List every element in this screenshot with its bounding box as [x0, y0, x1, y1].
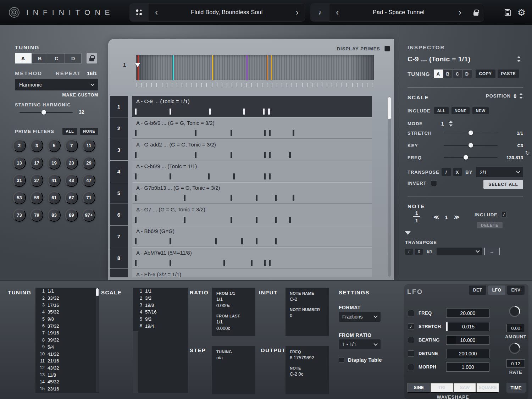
tuning-list-item[interactable]: 11 21/16 [35, 358, 99, 365]
inspector-tuning-tab[interactable]: B [443, 70, 453, 78]
lfo-param-checkbox[interactable] [408, 337, 414, 343]
prime-filter-button[interactable]: 97+ [82, 209, 95, 222]
tuning-list-item[interactable]: 3 17/16 [35, 301, 99, 309]
key-slider[interactable] [444, 145, 498, 146]
note-divide-button[interactable]: / [405, 249, 413, 255]
include-all-button[interactable]: ALL [434, 107, 449, 114]
lfo-param-checkbox[interactable] [408, 323, 414, 330]
lfo-param-value-field[interactable]: 0.015 [446, 322, 489, 331]
prime-filter-button[interactable]: 89 [65, 209, 78, 222]
settings-button[interactable]: ⚙ [517, 7, 526, 18]
playhead-icon[interactable] [135, 63, 140, 67]
scale-row-number[interactable]: 2 [110, 117, 128, 139]
prime-filter-button[interactable]: 7 [65, 139, 78, 152]
waveshape-option[interactable]: SINE [407, 383, 430, 393]
waveshape-option[interactable]: SQUARE [476, 383, 499, 393]
tuning-tab[interactable]: D [65, 53, 82, 63]
prime-filter-button[interactable]: 37 [30, 174, 43, 187]
prime-filter-button[interactable]: 5 [48, 139, 61, 152]
note-expand-triangle-icon[interactable] [405, 231, 411, 235]
scale-row-number[interactable]: 5 [110, 182, 128, 204]
scale-row-body[interactable]: A - G7 ... (G = G, Tonic = 3/2) [132, 204, 372, 225]
scrollbar-thumb[interactable] [388, 97, 391, 119]
transpose-by-dropdown[interactable]: 2/1 [476, 167, 523, 177]
scale-list-item[interactable]: 1 1/1 [133, 288, 188, 295]
tuning-preset-next-button[interactable]: › [289, 3, 305, 22]
note-include-checkbox[interactable] [501, 212, 507, 217]
prime-filter-button[interactable]: 43 [65, 174, 78, 187]
prime-filter-button[interactable]: 61 [48, 191, 61, 204]
lfo-tab[interactable]: LFO [488, 286, 505, 295]
waveshape-option[interactable]: SAW [453, 383, 476, 393]
tuning-list-item[interactable]: 14 45/32 [35, 378, 99, 386]
slider-thumb[interactable] [464, 155, 468, 160]
display-primes-checkbox[interactable] [384, 46, 390, 51]
transpose-divide-button[interactable]: / [442, 168, 451, 176]
note-by-dropdown[interactable] [437, 248, 482, 255]
tuning-preset-prev-button[interactable]: ‹ [149, 3, 164, 22]
save-button[interactable] [504, 9, 512, 16]
prime-filter-button[interactable]: 53 [13, 191, 26, 204]
lfo-tab[interactable]: DET [469, 286, 486, 295]
scrollbar-thumb[interactable] [96, 288, 99, 296]
prime-filter-button[interactable]: 71 [82, 191, 95, 204]
copy-button[interactable]: COPY [476, 70, 495, 78]
prime-filter-button[interactable]: 23 [65, 156, 78, 170]
position-spinner[interactable] [519, 93, 523, 99]
from-ratio-dropdown[interactable]: 1 - 1/1 [339, 339, 381, 349]
patch-lock-button[interactable] [468, 3, 484, 22]
scale-row-body[interactable]: A - G-add2 ... (G = G, Tonic = 3/2) [132, 139, 372, 160]
lfo-param-checkbox[interactable] [408, 364, 414, 370]
tuning-list-item[interactable]: 15 23/16 [35, 386, 99, 393]
include-new-button[interactable]: NEW [472, 107, 488, 114]
prime-filter-button[interactable]: 41 [48, 174, 61, 187]
prime-filter-button[interactable]: 47 [82, 174, 95, 187]
prime-filter-button[interactable]: 2 [13, 139, 26, 152]
note-prev-button[interactable]: ≪ [433, 214, 439, 220]
freq-slider[interactable] [444, 157, 498, 158]
tuning-list-item[interactable]: 2 33/32 [35, 295, 99, 302]
tuning-list-item[interactable]: 5 9/8 [35, 316, 99, 323]
scale-row-body[interactable]: A - Eb-6 (3/2 = 1/1) [132, 269, 372, 277]
display-table-checkbox[interactable] [339, 357, 344, 363]
tuning-lock-button[interactable] [87, 53, 97, 63]
include-none-button[interactable]: NONE [451, 107, 470, 114]
select-all-button[interactable]: SELECT ALL [483, 180, 523, 189]
method-dropdown[interactable]: Harmonic [15, 79, 98, 90]
lfo-param-value-field[interactable]: 200.000 [446, 349, 489, 358]
rows-scrollbar[interactable] [388, 96, 391, 277]
tuning-list-scrollbar[interactable] [96, 288, 99, 392]
prime-filter-button[interactable]: 83 [48, 209, 61, 222]
starting-harmonic-slider[interactable] [20, 112, 73, 113]
scale-list-item[interactable]: 2 3/2 [133, 295, 188, 302]
swap-button[interactable]: ↔ [484, 248, 500, 255]
scale-row-body[interactable]: A - G7b9b13 ... (G = G, Tonic = 3/2) [132, 182, 372, 204]
rate-value-field[interactable]: 0.12 [506, 359, 525, 368]
selection-spinner[interactable] [517, 56, 521, 62]
scale-row-body[interactable]: A - G-b6/9 ... (G = G, Tonic = 3/2) [132, 117, 372, 139]
lfo-tab[interactable]: ENV [507, 286, 525, 295]
prime-filter-button[interactable]: 31 [13, 174, 26, 187]
scale-row-number[interactable]: 1 [110, 96, 128, 117]
note-ratio-fraction[interactable]: 1 1 [413, 210, 421, 223]
prime-filter-button[interactable]: 59 [30, 191, 43, 204]
scale-list-item[interactable]: 4 57/16 [133, 309, 188, 316]
preset-browser-button[interactable] [129, 3, 149, 22]
tuning-list-item[interactable]: 4 35/32 [35, 309, 99, 316]
inspector-tuning-tab[interactable]: C [453, 70, 462, 78]
prime-filter-button[interactable]: 79 [30, 209, 43, 222]
scale-row-number[interactable]: 3 [110, 139, 128, 160]
amount-value-field[interactable]: 0.00 [506, 324, 525, 332]
tuning-tab[interactable]: B [32, 53, 48, 63]
tuning-list-item[interactable]: 8 39/32 [35, 337, 99, 344]
lfo-param-value-field[interactable]: 10.000 [446, 336, 489, 345]
invert-checkbox[interactable] [431, 180, 437, 186]
format-dropdown[interactable]: Fractions [339, 312, 381, 322]
lfo-param-checkbox[interactable] [408, 310, 414, 316]
tuning-list-item[interactable]: 1 1/1 [35, 288, 99, 295]
make-custom-button[interactable]: MAKE CUSTOM [15, 93, 98, 98]
time-button[interactable]: TIME [506, 383, 526, 393]
scale-list-item[interactable]: 3 19/8 [133, 301, 188, 309]
scale-row-number[interactable]: 4 [110, 161, 128, 182]
tuning-list-item[interactable]: 13 11/8 [35, 371, 99, 378]
